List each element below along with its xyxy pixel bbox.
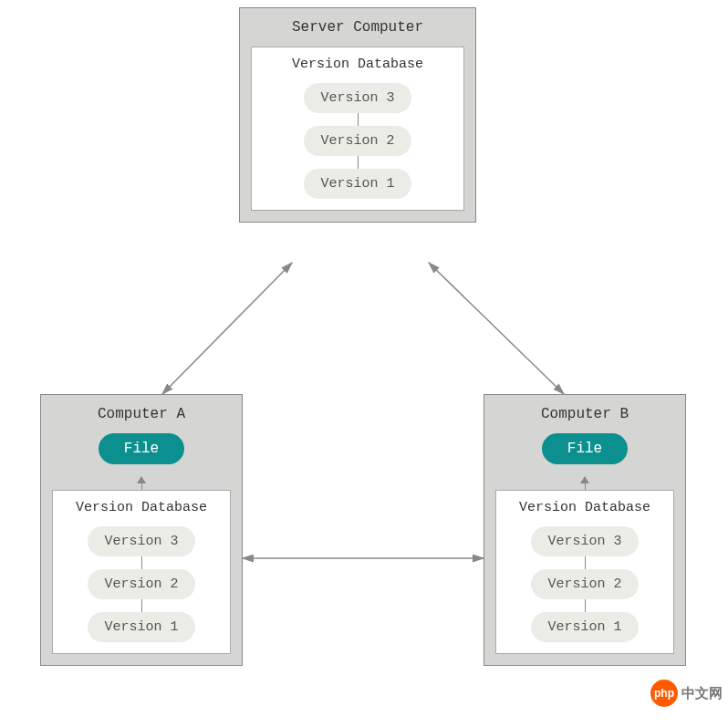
watermark-text: 中文网 bbox=[681, 685, 723, 702]
version-pill: Version 3 bbox=[304, 83, 411, 113]
watermark-logo-icon: php bbox=[650, 680, 678, 707]
computer-a-title: Computer A bbox=[52, 406, 231, 422]
computer-b-database-box: Version Database Version 3 Version 2 Ver… bbox=[495, 490, 674, 654]
watermark: php 中文网 bbox=[650, 680, 723, 707]
computer-b-database-title: Version Database bbox=[507, 500, 662, 515]
version-pill: Version 3 bbox=[531, 526, 638, 556]
computer-a-box: Computer A File Version Database Version… bbox=[40, 394, 243, 666]
server-title: Server Computer bbox=[251, 19, 464, 36]
computer-b-box: Computer B File Version Database Version… bbox=[484, 394, 686, 666]
version-connector bbox=[358, 113, 359, 126]
version-connector bbox=[585, 599, 586, 612]
arrow-up-icon bbox=[580, 476, 589, 483]
version-connector bbox=[141, 556, 142, 569]
version-pill: Version 2 bbox=[88, 569, 194, 599]
server-database-title: Version Database bbox=[263, 57, 452, 72]
version-pill: Version 3 bbox=[88, 526, 194, 556]
arrow-up-icon bbox=[137, 476, 146, 483]
version-connector bbox=[141, 599, 142, 612]
computer-a-database-title: Version Database bbox=[64, 500, 219, 515]
computer-a-database-box: Version Database Version 3 Version 2 Ver… bbox=[52, 490, 231, 654]
computer-b-title: Computer B bbox=[495, 406, 674, 422]
link-server-to-b bbox=[429, 263, 564, 394]
version-pill: Version 2 bbox=[304, 126, 411, 156]
file-to-db-arrow bbox=[141, 477, 142, 490]
file-to-db-arrow bbox=[585, 477, 586, 490]
version-pill: Version 1 bbox=[531, 612, 638, 642]
version-connector bbox=[585, 556, 586, 569]
server-database-box: Version Database Version 3 Version 2 Ver… bbox=[251, 47, 464, 211]
file-pill: File bbox=[542, 433, 628, 464]
version-connector bbox=[358, 156, 359, 169]
link-server-to-a bbox=[162, 263, 292, 394]
version-pill: Version 1 bbox=[304, 169, 411, 199]
file-pill: File bbox=[99, 433, 184, 464]
version-pill: Version 2 bbox=[531, 569, 638, 599]
server-computer-box: Server Computer Version Database Version… bbox=[239, 7, 476, 223]
version-pill: Version 1 bbox=[88, 612, 194, 642]
